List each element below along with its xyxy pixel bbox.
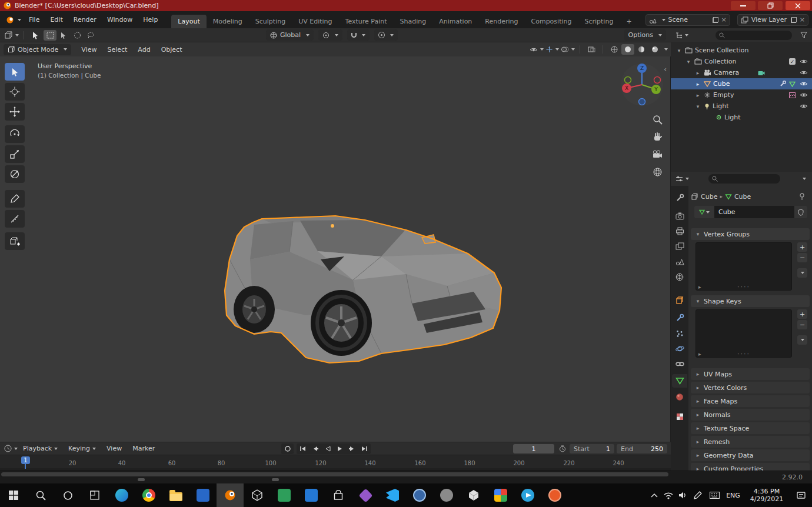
timeline-view-menu[interactable]: View	[101, 442, 127, 455]
filter-icon[interactable]	[800, 32, 807, 38]
pivot-point-dropdown[interactable]	[318, 29, 342, 41]
timeline-editor-button[interactable]	[0, 445, 18, 452]
gizmos-dropdown[interactable]	[545, 46, 559, 53]
close-button[interactable]	[786, 1, 810, 10]
fake-user-shield-button[interactable]	[794, 206, 807, 218]
eye-icon[interactable]	[800, 69, 808, 76]
workspace-tab-sculpting[interactable]: Sculpting	[249, 15, 292, 28]
minimize-button[interactable]	[731, 1, 756, 10]
outliner-search-input[interactable]	[716, 31, 792, 40]
taskbar-app-chrome[interactable]	[135, 483, 162, 507]
vertex-group-add-button[interactable]: +	[797, 242, 807, 252]
auto-keying-button[interactable]	[281, 443, 294, 454]
vertex-group-specials-button[interactable]	[797, 268, 807, 278]
select-box-mode-button[interactable]	[44, 30, 56, 41]
panel-texture-space[interactable]: ▸Texture Space	[691, 422, 810, 434]
workspace-tab-compositing[interactable]: Compositing	[525, 15, 578, 28]
pin-icon[interactable]	[799, 193, 805, 201]
tool-rotate[interactable]	[5, 125, 25, 143]
tab-object-data[interactable]	[672, 374, 687, 388]
add-menu[interactable]: Add	[132, 42, 155, 56]
tool-scale[interactable]	[5, 145, 25, 163]
action-center-button[interactable]	[790, 483, 812, 507]
panel-geometry-data[interactable]: ▸Geometry Data	[691, 449, 810, 461]
tab-particles[interactable]	[672, 326, 687, 340]
marker-menu[interactable]: Marker	[127, 442, 160, 455]
eye-icon[interactable]	[800, 81, 808, 87]
workspace-tab-shading[interactable]: Shading	[394, 15, 433, 28]
outliner-row-light[interactable]: ▾ Light	[671, 101, 812, 112]
taskbar-app-blue-1[interactable]	[189, 483, 217, 507]
workspace-tab-scripting[interactable]: Scripting	[578, 15, 620, 28]
volume-icon[interactable]	[675, 483, 690, 507]
taskbar-app-vscode[interactable]	[379, 483, 406, 507]
tool-measure[interactable]	[5, 210, 25, 228]
taskbar-app-gray[interactable]	[433, 483, 460, 507]
taskbar-app-telegram[interactable]	[514, 483, 541, 507]
taskbar-app-visual-studio[interactable]	[352, 483, 379, 507]
menu-help[interactable]: Help	[138, 11, 163, 28]
tab-view-layer[interactable]	[672, 239, 687, 253]
start-button[interactable]	[0, 483, 27, 507]
editor-type-button[interactable]	[4, 31, 19, 39]
tab-constraints[interactable]	[672, 357, 687, 371]
gizmo-y-neg[interactable]	[625, 77, 631, 84]
tab-texture[interactable]	[672, 410, 687, 423]
eye-icon[interactable]	[800, 92, 808, 98]
list-resize-grip[interactable]: ····	[737, 350, 750, 358]
playback-menu[interactable]: Playback	[18, 442, 63, 455]
start-frame-field[interactable]: Start1	[570, 444, 614, 453]
panel-vertex-groups-header[interactable]: ▾Vertex Groups	[691, 228, 810, 240]
workspace-tab-rendering[interactable]: Rendering	[478, 15, 524, 28]
eye-icon[interactable]	[800, 103, 808, 109]
zoom-button[interactable]	[650, 112, 665, 127]
shading-material-button[interactable]	[635, 44, 648, 55]
timeline-ruler[interactable]: 20 40 60 80 100 120 140 160 180 200 220 …	[0, 455, 671, 468]
scene-selector[interactable]: Scene ×	[645, 14, 730, 26]
touch-keyboard-icon[interactable]	[706, 483, 723, 507]
object-menu[interactable]: Object	[156, 42, 188, 56]
list-filter-toggle[interactable]: ▸	[698, 284, 701, 290]
timeline-scrollbar[interactable]	[1, 472, 668, 476]
pen-icon[interactable]	[690, 483, 706, 507]
shape-key-specials-button[interactable]	[797, 335, 807, 345]
clock[interactable]: 4:36 PM 4/29/2021	[744, 488, 790, 503]
taskbar-app-cube[interactable]	[244, 483, 271, 507]
breadcrumb-data[interactable]: Cube	[734, 193, 751, 201]
proportional-editing-dropdown[interactable]	[374, 29, 398, 41]
outliner-row-cube[interactable]: ▸ Cube	[671, 78, 812, 89]
menu-file[interactable]: File	[24, 11, 45, 28]
taskbar-app-edge[interactable]	[108, 483, 135, 507]
navigation-gizmo[interactable]: Z X Y	[620, 62, 664, 107]
collection-checkbox[interactable]: ✓	[789, 58, 796, 65]
workspace-tab-modeling[interactable]: Modeling	[207, 15, 249, 28]
snapping-dropdown[interactable]	[347, 29, 370, 41]
taskbar-app-cube-white[interactable]	[460, 483, 487, 507]
outliner-row-collection[interactable]: ▾ Collection ✓	[671, 56, 812, 67]
task-view-button[interactable]	[81, 483, 108, 507]
shading-rendered-button[interactable]	[648, 44, 661, 55]
vertex-groups-list[interactable]: ▸ ····	[695, 242, 792, 291]
menu-render[interactable]: Render	[68, 11, 102, 28]
breadcrumb-object[interactable]: Cube	[701, 193, 717, 201]
outliner-row-empty[interactable]: ▸ Empty	[671, 89, 812, 101]
cortana-button[interactable]	[54, 483, 81, 507]
select-menu[interactable]: Select	[102, 42, 132, 56]
object-visibility-dropdown[interactable]	[530, 46, 544, 53]
taskbar-app-green[interactable]	[271, 483, 298, 507]
options-dropdown[interactable]: Options	[624, 29, 666, 41]
taskbar-app-file-explorer[interactable]	[162, 483, 189, 507]
tool-cursor[interactable]	[5, 83, 25, 101]
datablock-name-input[interactable]: Cube	[714, 206, 794, 218]
next-keyframe-button[interactable]	[346, 443, 358, 454]
maximize-button[interactable]	[758, 1, 783, 10]
pan-button[interactable]	[650, 129, 665, 144]
panel-normals[interactable]: ▸Normals	[691, 409, 810, 421]
properties-search-input[interactable]	[708, 174, 780, 184]
shape-key-add-button[interactable]: +	[797, 309, 807, 319]
list-filter-toggle[interactable]: ▸	[698, 351, 701, 357]
end-frame-field[interactable]: End250	[617, 444, 667, 453]
menu-edit[interactable]: Edit	[45, 11, 68, 28]
tab-physics[interactable]	[672, 342, 687, 355]
tool-move[interactable]	[5, 103, 25, 121]
